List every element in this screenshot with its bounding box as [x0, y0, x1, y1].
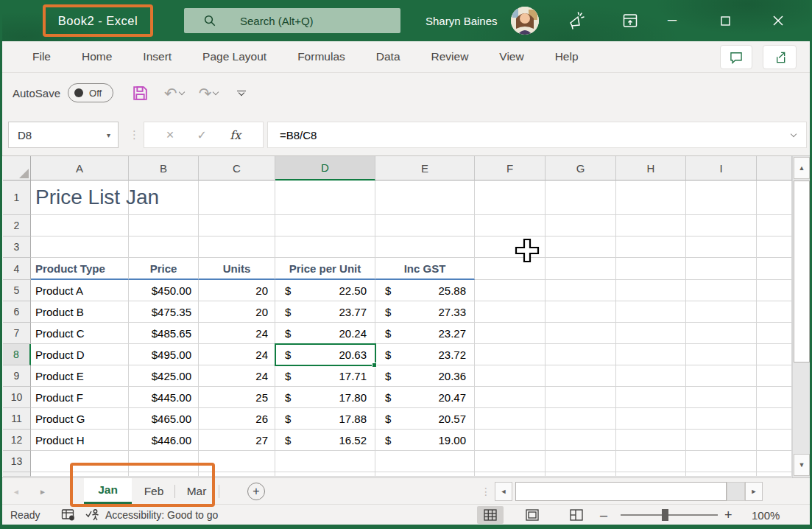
user-name[interactable]: Sharyn Baines — [426, 0, 498, 41]
cell-A13[interactable] — [31, 451, 129, 472]
cell-A9[interactable]: Product E — [31, 365, 129, 387]
row-header-12[interactable]: 12 — [3, 430, 31, 451]
comments-button[interactable] — [720, 45, 752, 69]
cell-G11[interactable] — [546, 408, 616, 430]
close-button[interactable] — [761, 0, 795, 41]
cell-D10[interactable]: $17.80 — [275, 387, 375, 408]
cell-I5[interactable] — [686, 280, 757, 301]
maximize-button[interactable] — [708, 0, 742, 41]
cell-I[interactable] — [686, 472, 757, 477]
cell-F5[interactable] — [475, 280, 546, 301]
cell-A4[interactable]: Product Type — [31, 258, 129, 280]
zoom-slider-thumb[interactable] — [662, 509, 668, 521]
cell-A7[interactable]: Product C — [31, 323, 129, 344]
cell-C6[interactable]: 20 — [199, 301, 275, 323]
row-header-7[interactable]: 7 — [3, 323, 31, 344]
search-box[interactable]: Search (Alt+Q) — [184, 8, 400, 33]
cell-D3[interactable] — [275, 237, 375, 258]
cell-C3[interactable] — [199, 237, 275, 258]
cell-X1[interactable] — [757, 181, 792, 215]
row-header-10[interactable]: 10 — [3, 387, 31, 408]
select-all-button[interactable] — [3, 156, 31, 181]
cell-G5[interactable] — [546, 280, 616, 301]
undo-button[interactable]: ↶ — [164, 85, 184, 101]
column-header-B[interactable]: B — [129, 156, 199, 181]
cell-X5[interactable] — [757, 280, 792, 301]
customize-qat-button[interactable] — [237, 91, 246, 95]
cell-C4[interactable]: Units — [199, 258, 275, 280]
cell-C[interactable] — [199, 472, 275, 477]
hscroll-right-button[interactable]: ► — [745, 482, 763, 501]
cell-H13[interactable] — [616, 451, 686, 472]
redo-button[interactable]: ↷ — [199, 85, 219, 101]
column-header-H[interactable]: H — [616, 156, 686, 181]
cell-C11[interactable]: 26 — [199, 408, 275, 430]
sheet-tab-jan[interactable]: Jan — [84, 478, 132, 504]
zoom-in-button[interactable]: + — [724, 505, 732, 525]
cell-B9[interactable]: $425.00 — [129, 365, 199, 387]
sheet-nav-left-icon[interactable]: ◄ — [13, 478, 20, 505]
row-header-1[interactable]: 1 — [3, 181, 31, 215]
cell-F2[interactable] — [475, 215, 546, 237]
cell-C2[interactable] — [199, 215, 275, 237]
cell-H6[interactable] — [616, 301, 686, 323]
cell-I6[interactable] — [686, 301, 757, 323]
cell-B8[interactable]: $495.00 — [129, 344, 199, 365]
column-header-I[interactable]: I — [686, 156, 757, 181]
column-header-F[interactable]: F — [475, 156, 546, 181]
cell-H1[interactable] — [616, 181, 686, 215]
cell-I8[interactable] — [686, 344, 757, 365]
cell-X6[interactable] — [757, 301, 792, 323]
cell-H8[interactable] — [616, 344, 686, 365]
cell-X11[interactable] — [757, 408, 792, 430]
cell-X13[interactable] — [757, 451, 792, 472]
cell-F[interactable] — [475, 472, 546, 477]
zoom-level[interactable]: 100% — [752, 505, 780, 525]
cell-F8[interactable] — [475, 344, 546, 365]
column-header-G[interactable]: G — [546, 156, 616, 181]
cell-A12[interactable]: Product H — [31, 430, 129, 451]
cell-G7[interactable] — [546, 323, 616, 344]
cell-E4[interactable]: Inc GST — [375, 258, 475, 280]
accessibility-status[interactable]: Accessibility: Good to go — [105, 505, 218, 525]
cell-D8[interactable]: $20.63 — [275, 344, 375, 365]
cell-D[interactable] — [275, 472, 375, 477]
cell-C9[interactable]: 24 — [199, 365, 275, 387]
cell-F1[interactable] — [475, 181, 546, 215]
row-header-partial[interactable] — [3, 472, 31, 477]
row-header-3[interactable]: 3 — [3, 237, 31, 258]
formula-input[interactable]: =B8/C8 — [267, 122, 807, 148]
cell-C8[interactable]: 24 — [199, 344, 275, 365]
save-button[interactable] — [131, 84, 149, 102]
cell-D13[interactable] — [275, 451, 375, 472]
cell-G3[interactable] — [546, 237, 616, 258]
cell-E11[interactable]: $20.57 — [375, 408, 475, 430]
row-header-5[interactable]: 5 — [3, 280, 31, 301]
hscroll-left-button[interactable]: ◄ — [495, 482, 512, 501]
avatar[interactable] — [511, 7, 539, 35]
cell-X[interactable] — [757, 472, 792, 477]
tab-insert[interactable]: Insert — [127, 41, 187, 72]
cell-E6[interactable]: $27.33 — [375, 301, 475, 323]
cell-X4[interactable] — [757, 258, 792, 280]
cell-X2[interactable] — [757, 215, 792, 237]
cell-I1[interactable] — [686, 181, 757, 215]
cell-D9[interactable]: $17.71 — [275, 365, 375, 387]
cell-A8[interactable]: Product D — [31, 344, 129, 365]
cell-X10[interactable] — [757, 387, 792, 408]
cell-F9[interactable] — [475, 365, 546, 387]
cell-I3[interactable] — [686, 237, 757, 258]
cell-A1[interactable]: Price List Jan — [31, 181, 129, 215]
cell-E8[interactable]: $23.72 — [375, 344, 475, 365]
cell-D2[interactable] — [275, 215, 375, 237]
cell-D7[interactable]: $20.24 — [275, 323, 375, 344]
tab-data[interactable]: Data — [361, 41, 416, 72]
row-header-9[interactable]: 9 — [3, 365, 31, 387]
cell-B4[interactable]: Price — [129, 258, 199, 280]
cell-I10[interactable] — [686, 387, 757, 408]
cell-E1[interactable] — [375, 181, 475, 215]
cell-I2[interactable] — [686, 215, 757, 237]
cell-C1[interactable] — [199, 181, 275, 215]
cell-I11[interactable] — [686, 408, 757, 430]
minimize-button[interactable]: ─ — [655, 0, 689, 41]
